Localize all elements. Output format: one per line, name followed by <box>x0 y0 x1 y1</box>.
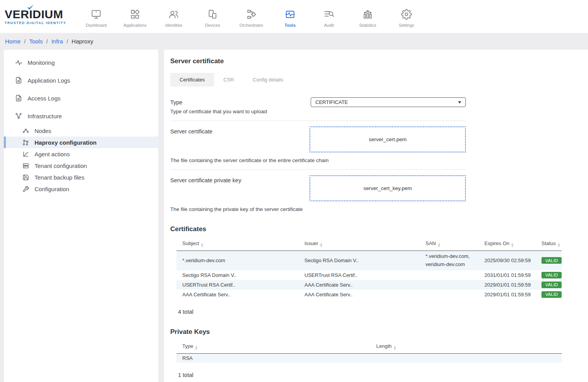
table-row[interactable]: USERTrust RSA Certif.. AAA Certificate S… <box>176 280 562 290</box>
sidebar-item-monitoring[interactable]: Monitoring <box>4 54 158 71</box>
sidebar-item-agent-actions[interactable]: Agent actions <box>4 148 158 160</box>
nav-item-devices[interactable]: Devices <box>193 6 232 28</box>
breadcrumb-separator: / <box>24 38 26 45</box>
private-keys-table: Type Length RSA <box>176 340 562 363</box>
private-keys-section-title: Private Keys <box>170 328 588 336</box>
nav-item-orchestrator[interactable]: Orchestrator <box>232 6 271 28</box>
column-header-san[interactable]: SAN <box>420 237 479 251</box>
nav-item-settings[interactable]: Settings <box>387 6 426 28</box>
certificates-table: Subject Issuer SAN Expires On Status *.v… <box>176 237 562 299</box>
cell-subject: Sectigo RSA Domain V.. <box>176 270 299 280</box>
bar-chart-icon <box>362 8 373 21</box>
sidebar-item-tenant-backup-files[interactable]: Tenant backup files <box>4 171 158 183</box>
sort-icon <box>394 346 396 350</box>
divider <box>170 121 466 121</box>
file-text-icon <box>15 77 22 84</box>
private-key-dropzone[interactable]: server_cert_key.pem <box>310 175 466 201</box>
sidebar-item-haproxy-configuration[interactable]: Haproxy configuration <box>4 137 158 148</box>
status-badge: VALID <box>541 272 562 278</box>
divider <box>170 169 466 170</box>
sidebar-item-access-logs[interactable]: Access Logs <box>4 89 158 107</box>
users-icon <box>168 8 179 21</box>
table-row[interactable]: AAA Certificate Serv.. AAA Certificate S… <box>176 290 562 299</box>
sidebar-item-nodes[interactable]: Nodes <box>4 125 158 137</box>
server-certificate-row: Server certificate server_cert.pem <box>170 126 466 152</box>
server-certificate-label: Server certificate <box>170 126 310 135</box>
cell-san: *.veridium-dev.com,veridium-dev.com <box>420 251 479 270</box>
type-label-block: Type Type of certificate that you want t… <box>170 97 311 114</box>
server-certificate-dropzone[interactable]: server_cert.pem <box>310 126 466 152</box>
breadcrumb-home[interactable]: Home <box>5 38 21 45</box>
nodes-icon <box>22 128 29 134</box>
monitor-icon <box>91 8 102 21</box>
main-panel: Server certificate Certificates CSR Conf… <box>164 50 588 382</box>
tab-bar: Certificates CSR Config details <box>170 73 588 86</box>
sort-icon <box>558 243 560 247</box>
table-row[interactable]: Sectigo RSA Domain V.. USERTrust RSA Cer… <box>176 270 562 280</box>
certificate-type-select[interactable]: CERTIFICATE <box>311 97 466 107</box>
certificates-table-wrap: Subject Issuer SAN Expires On Status *.v… <box>176 237 562 299</box>
status-badge: VALID <box>541 257 562 264</box>
private-key-file-name: server_cert_key.pem <box>363 185 412 191</box>
column-header-expires-on[interactable]: Expires On <box>479 237 536 251</box>
type-label: Type <box>170 99 311 105</box>
column-header-subject[interactable]: Subject <box>176 237 299 251</box>
status-badge: VALID <box>541 291 562 298</box>
activity-icon <box>15 59 22 66</box>
wrench-icon <box>22 186 29 192</box>
sidebar-item-application-logs[interactable]: Application Logs <box>4 71 158 89</box>
sidebar-item-tenant-configuration[interactable]: Tenant configuration <box>4 160 158 171</box>
nav-item-tools[interactable]: Tools <box>271 6 310 28</box>
breadcrumb: Home / Tools / Infra / Haproxy <box>0 33 588 50</box>
cell-issuer: AAA Certificate Serv.. <box>299 280 420 290</box>
logo-tagline: TRUSTED DIGITAL IDENTITY <box>5 21 70 25</box>
nav-item-dashboard[interactable]: Dashboard <box>77 6 116 28</box>
cell-issuer: USERTrust RSA Certif.. <box>299 270 420 280</box>
column-header-length[interactable]: Length <box>370 340 562 354</box>
breadcrumb-separator: / <box>66 38 68 45</box>
list-search-icon <box>323 8 334 21</box>
certificate-upload-form: Type Type of certificate that you want t… <box>170 97 466 212</box>
certificates-header-row: Subject Issuer SAN Expires On Status <box>176 237 562 251</box>
cell-subject: USERTrust RSA Certif.. <box>176 280 299 290</box>
sort-icon <box>320 243 322 247</box>
cell-status: VALID <box>536 280 562 290</box>
cell-expires: 2025/09/30 02:59:59 <box>479 251 536 270</box>
main-nav-menu: Dashboard Applications Identities Device… <box>77 6 426 28</box>
cell-san <box>420 290 479 299</box>
breadcrumb-tools[interactable]: Tools <box>29 38 43 45</box>
sort-icon <box>438 243 440 247</box>
gear-icon <box>401 8 412 21</box>
cell-issuer: AAA Certificate Serv.. <box>299 290 420 299</box>
breadcrumb-separator: / <box>46 38 48 45</box>
nav-item-audit[interactable]: Audit <box>310 6 348 28</box>
private-keys-table-wrap: Type Length RSA <box>176 340 562 363</box>
sidebar-item-infrastructure[interactable]: Infrastructure <box>4 107 158 125</box>
nav-item-statistics[interactable]: Statistics <box>348 6 387 28</box>
type-row: Type Type of certificate that you want t… <box>170 97 466 114</box>
tab-csr[interactable]: CSR <box>214 73 243 86</box>
file-text-icon <box>15 95 22 102</box>
private-keys-header-row: Type Length <box>176 340 562 354</box>
nav-item-applications[interactable]: Applications <box>116 6 154 28</box>
cell-subject: *.veridium-dev.com <box>176 251 299 270</box>
cell-san <box>420 280 479 290</box>
sidebar-item-configuration[interactable]: Configuration <box>4 183 158 195</box>
certificate-type-value: CERTIFICATE <box>315 99 348 105</box>
sort-icon <box>511 243 514 247</box>
top-navigation-bar: VERIDIUM TRUSTED DIGITAL IDENTITY Dashbo… <box>0 0 588 33</box>
column-header-status[interactable]: Status <box>536 237 562 251</box>
network-icon <box>15 112 22 119</box>
nav-item-identities[interactable]: Identities <box>154 6 193 28</box>
tab-certificates[interactable]: Certificates <box>170 73 214 86</box>
table-row[interactable]: *.veridium-dev.com Sectigo RSA Domain V.… <box>176 251 562 270</box>
content-area: Monitoring Application Logs Access Logs … <box>0 50 588 382</box>
column-header-type[interactable]: Type <box>176 340 370 354</box>
veridium-logo[interactable]: VERIDIUM TRUSTED DIGITAL IDENTITY <box>5 9 70 25</box>
table-row[interactable]: RSA <box>176 353 562 363</box>
server-certificate-file-name: server_cert.pem <box>369 137 407 142</box>
tab-config-details[interactable]: Config details <box>243 73 292 86</box>
cell-expires: 2029/01/01 01:59:59 <box>479 280 536 290</box>
breadcrumb-infra[interactable]: Infra <box>51 38 63 45</box>
column-header-issuer[interactable]: Issuer <box>299 237 420 251</box>
